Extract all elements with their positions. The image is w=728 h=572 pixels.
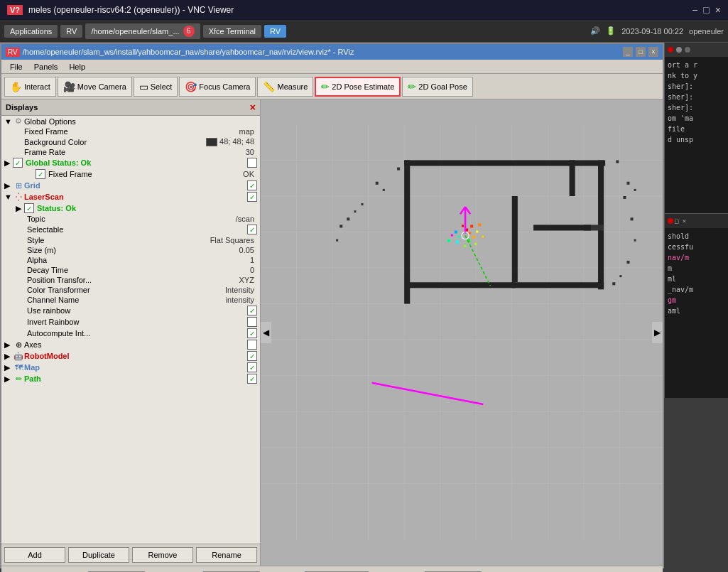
robotmodel-checkbox[interactable]: ✓: [247, 351, 257, 361]
rename-button[interactable]: Rename: [196, 547, 257, 563]
rv2-label: RV: [270, 27, 281, 36]
pose-estimate-button[interactable]: ✏ 2D Pose Estimate: [315, 77, 401, 97]
goal-pose-button[interactable]: ✏ 2D Goal Pose: [402, 77, 472, 97]
minimize-icon[interactable]: −: [692, 4, 697, 16]
path-checkbox[interactable]: ✓: [247, 374, 257, 384]
remove-button[interactable]: Remove: [132, 547, 193, 563]
global-options-expand[interactable]: ▼: [4, 117, 13, 126]
map-visualization: [261, 99, 663, 566]
move-camera-button[interactable]: 🎥 Move Camera: [58, 77, 132, 97]
robotmodel-row[interactable]: ▶ 🤖 RobotModel ✓: [1, 350, 260, 362]
map-checkbox[interactable]: ✓: [247, 362, 257, 372]
selectable-checkbox[interactable]: ✓: [247, 225, 257, 234]
topic-value[interactable]: /scan: [236, 215, 260, 223]
global-status-check[interactable]: ✓: [13, 158, 23, 168]
taskbar-xfce[interactable]: Xfce Terminal: [203, 25, 261, 38]
taskbar-rv2[interactable]: RV: [264, 25, 286, 38]
laserscan-checkbox[interactable]: ✓: [247, 192, 257, 202]
taskbar-slam[interactable]: /home/openeuler/slam_... 6: [85, 23, 200, 39]
svg-rect-28: [570, 160, 575, 196]
time-bar: ⏱ Time ROS Time: 5609.08 ROS Elapsed: 72…: [1, 566, 663, 572]
map-expand[interactable]: ▶: [4, 363, 13, 372]
3d-view[interactable]: ◀ ▶: [261, 99, 663, 566]
terminal-max-icon[interactable]: [685, 47, 690, 53]
style-row: Style Flat Squares: [1, 235, 260, 245]
position-transform-value[interactable]: XYZ: [239, 276, 260, 284]
grid-row[interactable]: ▶ ⊞ Grid ✓: [1, 180, 260, 191]
menu-file[interactable]: File: [4, 63, 28, 71]
t2-close-icon[interactable]: [668, 218, 673, 224]
measure-button[interactable]: 📏 Measure: [257, 77, 313, 97]
taskbar-rv1[interactable]: RV: [60, 25, 82, 38]
taskbar-right: 🔊 🔋 2023-09-18 00:22 openeuler: [590, 26, 724, 36]
vnc-controls[interactable]: − □ ×: [692, 4, 721, 16]
color-transformer-value[interactable]: Intensity: [225, 286, 260, 294]
frame-rate-value[interactable]: 30: [246, 148, 260, 156]
decay-time-value[interactable]: 0: [250, 266, 260, 274]
background-color-value[interactable]: 48; 48; 48: [206, 137, 260, 146]
nav-arrow-right[interactable]: ▶: [652, 322, 663, 343]
svg-rect-43: [347, 217, 349, 220]
add-button[interactable]: Add: [4, 547, 65, 563]
channel-name-value[interactable]: intensity: [226, 296, 260, 304]
terminal-min-icon[interactable]: [676, 47, 682, 53]
svg-rect-56: [474, 243, 477, 245]
robotmodel-expand[interactable]: ▶: [4, 352, 13, 361]
invert-rainbow-checkbox[interactable]: [247, 317, 257, 327]
svg-rect-58: [451, 234, 453, 237]
use-rainbow-checkbox[interactable]: ✓: [247, 306, 257, 315]
path-expand[interactable]: ▶: [4, 374, 13, 384]
interact-button[interactable]: ✋ Interact: [4, 77, 56, 97]
duplicate-button[interactable]: Duplicate: [68, 547, 129, 563]
pose-estimate-label: 2D Pose Estimate: [332, 82, 394, 91]
axes-row[interactable]: ▶ ⊕ Axes: [1, 339, 260, 350]
laserscan-expand[interactable]: ▼: [4, 193, 13, 201]
close-icon[interactable]: ×: [715, 4, 721, 16]
style-value[interactable]: Flat Squares: [210, 236, 260, 244]
menu-panels[interactable]: Panels: [28, 63, 64, 71]
select-button[interactable]: ▭ Select: [134, 77, 178, 97]
topic-row: Topic /scan: [1, 214, 260, 224]
displays-panel-header: Displays ×: [1, 99, 260, 116]
terminal-line-9: file: [668, 124, 725, 134]
alpha-value[interactable]: 1: [250, 256, 260, 264]
maximize-icon[interactable]: □: [703, 4, 709, 16]
rviz-minimize-icon[interactable]: _: [623, 47, 633, 57]
size-value[interactable]: 0.05: [239, 246, 260, 254]
fixed-frame-row: Fixed Frame map: [1, 126, 260, 136]
svg-rect-32: [397, 168, 400, 171]
rviz-maximize-icon[interactable]: □: [636, 47, 646, 57]
laserscan-row[interactable]: ▼ ⁛ LaserScan ✓: [1, 191, 260, 203]
status-ok-row[interactable]: ▶ ✓ Status: Ok: [1, 203, 260, 214]
global-options-row[interactable]: ▼ ⚙ Global Options: [1, 116, 260, 126]
autocompute-checkbox[interactable]: ✓: [247, 328, 257, 338]
fixed-frame-value[interactable]: map: [239, 127, 260, 136]
axes-expand[interactable]: ▶: [4, 340, 13, 350]
global-status-checkbox[interactable]: [247, 158, 257, 168]
focus-camera-button[interactable]: 🎯 Focus Camera: [179, 77, 256, 97]
global-status-expand[interactable]: ▶: [4, 158, 13, 168]
rviz-close-icon[interactable]: ×: [648, 47, 658, 57]
map-row[interactable]: ▶ 🗺 Map ✓: [1, 362, 260, 373]
displays-close-icon[interactable]: ×: [250, 102, 256, 113]
vnc-logo: V?: [7, 5, 23, 15]
status-ok-expand[interactable]: ▶: [16, 204, 24, 213]
global-options-label: Global Options: [24, 117, 260, 126]
status-ok-label: Status: Ok: [37, 204, 260, 212]
map-label: Map: [24, 363, 247, 372]
focus-camera-label: Focus Camera: [199, 82, 250, 91]
taskbar-applications[interactable]: Applications: [4, 25, 58, 38]
selectable-label: Selectable: [27, 225, 247, 234]
svg-rect-34: [634, 189, 636, 191]
fixed-frame-ok-label: Fixed Frame: [48, 170, 243, 178]
nav-arrow-left[interactable]: ◀: [261, 322, 271, 343]
grid-expand[interactable]: ▶: [4, 181, 13, 190]
menu-help[interactable]: Help: [63, 63, 91, 71]
rviz-window-controls[interactable]: _ □ ×: [623, 47, 658, 57]
terminal-close-icon[interactable]: [668, 47, 673, 53]
path-icon: ✏: [13, 374, 24, 384]
path-row[interactable]: ▶ ✏ Path ✓: [1, 373, 260, 384]
global-status-row[interactable]: ▶ ✓ Global Status: Ok: [1, 157, 260, 168]
axes-checkbox[interactable]: [247, 340, 257, 350]
grid-checkbox[interactable]: ✓: [247, 180, 257, 190]
